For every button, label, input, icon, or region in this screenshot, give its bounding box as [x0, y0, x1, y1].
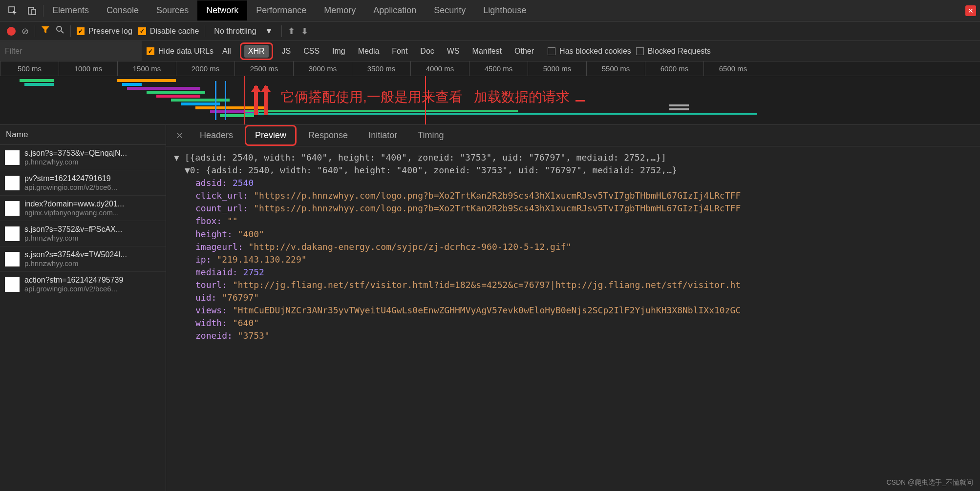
filter-other[interactable]: Other	[511, 45, 538, 58]
main-panel: Name s.json?s=3753&v=QEnqajN...p.hnnzwhy…	[0, 125, 980, 491]
tab-headers[interactable]: Headers	[191, 126, 242, 144]
tab-preview[interactable]: Preview	[246, 126, 295, 144]
request-row[interactable]: action?stm=1621424795739api.growingio.co…	[0, 272, 166, 297]
request-name: s.json?s=3754&v=TW5024I...	[24, 250, 127, 259]
blocked-requests-label: Blocked Requests	[648, 47, 711, 56]
tick: 6500 ms	[703, 61, 762, 76]
has-blocked-cookies-checkbox[interactable]: Has blocked cookies	[548, 47, 631, 56]
request-host: api.growingio.com/v2/bce6...	[24, 183, 117, 191]
request-list-header[interactable]: Name	[0, 125, 166, 145]
tab-initiator[interactable]: Initiator	[360, 126, 406, 144]
request-name: index?domain=www.dy201...	[24, 200, 124, 208]
request-row[interactable]: pv?stm=1621424791619api.growingio.com/v2…	[0, 170, 166, 196]
tab-network[interactable]: Network	[197, 0, 247, 20]
tab-sources[interactable]: Sources	[148, 0, 197, 20]
divider	[35, 25, 35, 37]
tick: 5000 ms	[528, 61, 586, 76]
tab-application[interactable]: Application	[364, 0, 425, 20]
request-host: nginx.vipfanyongwang.com...	[24, 208, 124, 217]
divider	[281, 25, 282, 37]
filter-manifest[interactable]: Manifest	[469, 45, 506, 58]
request-name: action?stm=1621424795739	[24, 276, 123, 285]
has-blocked-cookies-label: Has blocked cookies	[559, 47, 631, 56]
annotation-arrow	[254, 86, 258, 115]
thumb-icon	[5, 277, 20, 292]
record-button[interactable]	[7, 27, 16, 36]
tick: 2000 ms	[176, 61, 234, 76]
tab-console[interactable]: Console	[98, 0, 148, 20]
download-icon[interactable]: ⬇	[301, 26, 308, 37]
close-icon[interactable]: ✕	[965, 5, 976, 16]
tab-elements[interactable]: Elements	[43, 0, 98, 20]
filter-bar: ✓Hide data URLs All XHR JS CSS Img Media…	[0, 41, 980, 61]
filter-all[interactable]: All	[218, 45, 235, 58]
thumb-icon	[5, 226, 20, 241]
tab-response[interactable]: Response	[299, 126, 357, 144]
tab-memory[interactable]: Memory	[315, 0, 364, 20]
tick: 1000 ms	[59, 61, 117, 76]
thumb-icon	[5, 176, 20, 190]
tab-security[interactable]: Security	[425, 0, 474, 20]
filter-js[interactable]: JS	[278, 45, 295, 58]
clear-icon[interactable]: ⊘	[21, 26, 29, 37]
filter-icon[interactable]	[41, 25, 50, 37]
tick: 1500 ms	[117, 61, 176, 76]
hide-data-urls-label: Hide data URLs	[158, 47, 213, 56]
request-host: p.hnnzwhyy.com	[24, 234, 122, 242]
thumb-icon	[5, 252, 20, 266]
request-name: s.json?s=3752&v=fPScAX...	[24, 225, 122, 234]
request-name: pv?stm=1621424791619	[24, 174, 117, 183]
preview-highlight: Preview	[245, 125, 297, 146]
tick: 3000 ms	[293, 61, 352, 76]
device-toggle-icon[interactable]	[23, 2, 41, 20]
upload-icon[interactable]: ⬆	[288, 26, 295, 37]
hide-data-urls-checkbox[interactable]: ✓Hide data URLs	[147, 47, 213, 56]
svg-rect-2	[32, 9, 36, 15]
filter-input[interactable]	[0, 41, 142, 61]
disable-cache-checkbox[interactable]: ✓Disable cache	[138, 27, 199, 36]
thumb-icon	[5, 150, 20, 165]
blocked-requests-checkbox[interactable]: Blocked Requests	[636, 47, 711, 56]
request-row[interactable]: index?domain=www.dy201...nginx.vipfanyon…	[0, 196, 166, 221]
devtools-tab-bar: Elements Console Sources Network Perform…	[0, 0, 980, 21]
request-name: s.json?s=3753&v=QEnqajN...	[24, 149, 127, 158]
request-row[interactable]: s.json?s=3753&v=QEnqajN...p.hnnzwhyy.com	[0, 145, 166, 170]
filter-xhr[interactable]: XHR	[244, 45, 269, 58]
filter-ws[interactable]: WS	[443, 45, 464, 58]
preserve-log-checkbox[interactable]: ✓Preserve log	[77, 27, 132, 36]
filter-img[interactable]: Img	[328, 45, 349, 58]
request-host: p.hnnzwhyy.com	[24, 259, 127, 267]
xhr-highlight: XHR	[240, 42, 273, 60]
annotation-text-1: 它俩搭配使用,一般是用来查看 加载数据的请求	[281, 88, 585, 106]
thumb-icon	[5, 201, 20, 216]
request-row[interactable]: s.json?s=3752&v=fPScAX...p.hnnzwhyy.com	[0, 221, 166, 246]
tick: 3500 ms	[352, 61, 410, 76]
tick: 4500 ms	[469, 61, 528, 76]
tab-lighthouse[interactable]: Lighthouse	[474, 0, 535, 20]
svg-line-4	[61, 31, 64, 33]
search-icon[interactable]	[56, 25, 64, 37]
annotation-arrow	[264, 86, 268, 115]
filter-css[interactable]: CSS	[299, 45, 323, 58]
request-row[interactable]: s.json?s=3754&v=TW5024I...p.hnnzwhyy.com	[0, 246, 166, 272]
tab-performance[interactable]: Performance	[247, 0, 315, 20]
disable-cache-label: Disable cache	[150, 27, 199, 36]
svg-point-3	[57, 26, 62, 31]
timeline-overview[interactable]: 它俩搭配使用,一般是用来查看 加载数据的请求	[0, 76, 980, 125]
divider	[205, 25, 205, 37]
filter-doc[interactable]: Doc	[416, 45, 438, 58]
tick: 6000 ms	[645, 61, 703, 76]
timeline-ruler: 500 ms 1000 ms 1500 ms 2000 ms 2500 ms 3…	[0, 61, 980, 76]
inspect-icon[interactable]	[4, 2, 21, 20]
network-toolbar: ⊘ ✓Preserve log ✓Disable cache No thrott…	[0, 21, 980, 41]
request-list: Name s.json?s=3753&v=QEnqajN...p.hnnzwhy…	[0, 125, 166, 491]
request-host: api.growingio.com/v2/bce6...	[24, 285, 123, 293]
detail-tab-bar: ✕ Headers Preview Response Initiator Tim…	[166, 125, 980, 146]
filter-font[interactable]: Font	[388, 45, 411, 58]
tab-timing[interactable]: Timing	[409, 126, 452, 144]
filter-media[interactable]: Media	[354, 45, 383, 58]
close-detail-icon[interactable]: ✕	[171, 130, 188, 141]
json-preview[interactable]: ▼ [{adsid: 2540, width: "640", height: "…	[166, 146, 980, 491]
throttling-select[interactable]: No throttling ▼	[211, 25, 276, 38]
tick: 4000 ms	[410, 61, 469, 76]
